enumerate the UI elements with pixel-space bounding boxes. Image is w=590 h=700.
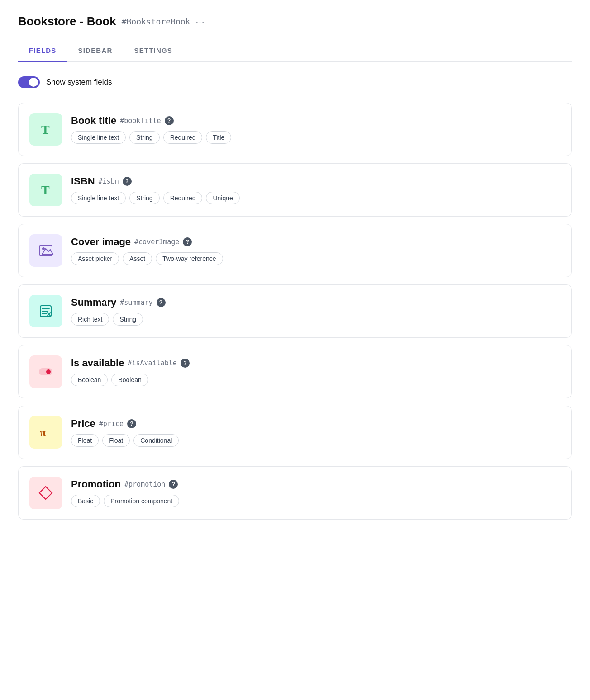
field-info-promotion: Promotion#promotion?BasicPromotion compo… xyxy=(71,478,179,507)
field-tag-summary-1: String xyxy=(113,313,143,326)
field-icon-cover-image xyxy=(29,234,62,267)
field-tags-summary: Rich textString xyxy=(71,313,166,326)
field-tag-book-title-0: Single line text xyxy=(71,131,126,144)
svg-text:T: T xyxy=(41,183,50,197)
tab-settings[interactable]: SETTINGS xyxy=(123,41,183,62)
field-name-summary: Summary xyxy=(71,297,116,308)
field-list: T Book title#bookTitle?Single line textS… xyxy=(18,103,572,520)
field-name-is-available: Is available xyxy=(71,357,124,369)
field-card-promotion[interactable]: Promotion#promotion?BasicPromotion compo… xyxy=(18,466,572,520)
field-api-name-isbn: #isbn xyxy=(99,177,119,185)
field-icon-is-available xyxy=(29,355,62,388)
field-tags-book-title: Single line textStringRequiredTitle xyxy=(71,131,231,144)
field-info-book-title: Book title#bookTitle?Single line textStr… xyxy=(71,115,231,144)
field-help-icon-price[interactable]: ? xyxy=(127,419,136,428)
field-card-book-title[interactable]: T Book title#bookTitle?Single line textS… xyxy=(18,103,572,156)
field-icon-isbn: T xyxy=(29,174,62,206)
field-tag-is-available-0: Boolean xyxy=(71,374,108,386)
field-card-is-available[interactable]: Is available#isAvailable?BooleanBoolean xyxy=(18,345,572,398)
field-name-cover-image: Cover image xyxy=(71,236,131,248)
field-help-icon-cover-image[interactable]: ? xyxy=(183,237,192,246)
svg-point-9 xyxy=(46,369,51,374)
field-help-icon-promotion[interactable]: ? xyxy=(169,480,178,489)
page-title: Bookstore - Book xyxy=(18,14,116,28)
system-fields-toggle[interactable] xyxy=(18,76,40,88)
field-card-cover-image[interactable]: Cover image#coverImage?Asset pickerAsset… xyxy=(18,224,572,277)
field-api-name-is-available: #isAvailable xyxy=(128,359,176,367)
field-api-name-summary: #summary xyxy=(120,298,152,307)
field-tag-cover-image-0: Asset picker xyxy=(71,252,119,265)
field-name-row-summary: Summary#summary? xyxy=(71,297,166,308)
field-name-row-cover-image: Cover image#coverImage? xyxy=(71,236,223,248)
field-tag-book-title-3: Title xyxy=(206,131,231,144)
field-api-name-book-title: #bookTitle xyxy=(120,117,161,125)
field-icon-book-title: T xyxy=(29,113,62,146)
field-api-name-cover-image: #coverImage xyxy=(134,238,179,246)
field-tag-price-2: Conditional xyxy=(133,434,179,447)
tab-bar: FIELDS SIDEBAR SETTINGS xyxy=(18,41,572,62)
field-tag-book-title-1: String xyxy=(129,131,160,144)
field-name-row-is-available: Is available#isAvailable? xyxy=(71,357,190,369)
field-tag-summary-0: Rich text xyxy=(71,313,109,326)
field-icon-summary xyxy=(29,295,62,327)
field-tag-isbn-1: String xyxy=(129,192,160,204)
svg-text:π: π xyxy=(40,426,46,439)
field-icon-price: π xyxy=(29,416,62,449)
field-api-name-promotion: #promotion xyxy=(124,480,165,488)
field-tag-price-1: Float xyxy=(102,434,130,447)
field-tag-price-0: Float xyxy=(71,434,99,447)
page-header: Bookstore - Book #BookstoreBook ⋯ xyxy=(18,14,572,28)
field-name-book-title: Book title xyxy=(71,115,116,127)
field-help-icon-isbn[interactable]: ? xyxy=(123,177,132,186)
field-name-row-price: Price#price? xyxy=(71,418,179,430)
field-icon-promotion xyxy=(29,477,62,509)
field-help-icon-summary[interactable]: ? xyxy=(157,298,166,307)
field-info-cover-image: Cover image#coverImage?Asset pickerAsset… xyxy=(71,236,223,265)
system-fields-toggle-row: Show system fields xyxy=(18,76,572,88)
field-name-isbn: ISBN xyxy=(71,175,95,187)
svg-point-2 xyxy=(42,247,45,250)
field-tag-promotion-1: Promotion component xyxy=(104,495,179,507)
field-tag-isbn-2: Required xyxy=(163,192,203,204)
tab-sidebar[interactable]: SIDEBAR xyxy=(67,41,124,62)
system-fields-label: Show system fields xyxy=(46,78,112,87)
field-name-price: Price xyxy=(71,418,95,430)
field-card-price[interactable]: π Price#price?FloatFloatConditional xyxy=(18,406,572,459)
field-name-promotion: Promotion xyxy=(71,478,121,490)
field-name-row-book-title: Book title#bookTitle? xyxy=(71,115,231,127)
field-help-icon-is-available[interactable]: ? xyxy=(181,359,190,368)
field-name-row-promotion: Promotion#promotion? xyxy=(71,478,179,490)
field-card-summary[interactable]: Summary#summary?Rich textString xyxy=(18,284,572,338)
svg-text:T: T xyxy=(41,123,50,137)
field-info-isbn: ISBN#isbn?Single line textStringRequired… xyxy=(71,175,240,204)
field-tags-is-available: BooleanBoolean xyxy=(71,374,190,386)
field-tag-isbn-3: Unique xyxy=(206,192,239,204)
field-info-price: Price#price?FloatFloatConditional xyxy=(71,418,179,447)
field-tags-price: FloatFloatConditional xyxy=(71,434,179,447)
field-api-name-price: #price xyxy=(99,420,124,428)
field-tags-cover-image: Asset pickerAssetTwo-way reference xyxy=(71,252,223,265)
field-tag-book-title-2: Required xyxy=(163,131,203,144)
more-options-icon[interactable]: ⋯ xyxy=(195,16,205,27)
field-name-row-isbn: ISBN#isbn? xyxy=(71,175,240,187)
field-info-summary: Summary#summary?Rich textString xyxy=(71,297,166,326)
field-tag-isbn-0: Single line text xyxy=(71,192,126,204)
field-tag-cover-image-2: Two-way reference xyxy=(156,252,223,265)
field-help-icon-book-title[interactable]: ? xyxy=(165,116,174,125)
field-info-is-available: Is available#isAvailable?BooleanBoolean xyxy=(71,357,190,386)
page-api-name: #BookstoreBook xyxy=(122,17,190,26)
field-tag-cover-image-1: Asset xyxy=(123,252,152,265)
field-card-isbn[interactable]: T ISBN#isbn?Single line textStringRequir… xyxy=(18,163,572,217)
field-tags-promotion: BasicPromotion component xyxy=(71,495,179,507)
field-tag-promotion-0: Basic xyxy=(71,495,100,507)
field-tag-is-available-1: Boolean xyxy=(111,374,148,386)
tab-fields[interactable]: FIELDS xyxy=(18,41,67,62)
field-tags-isbn: Single line textStringRequiredUnique xyxy=(71,192,240,204)
